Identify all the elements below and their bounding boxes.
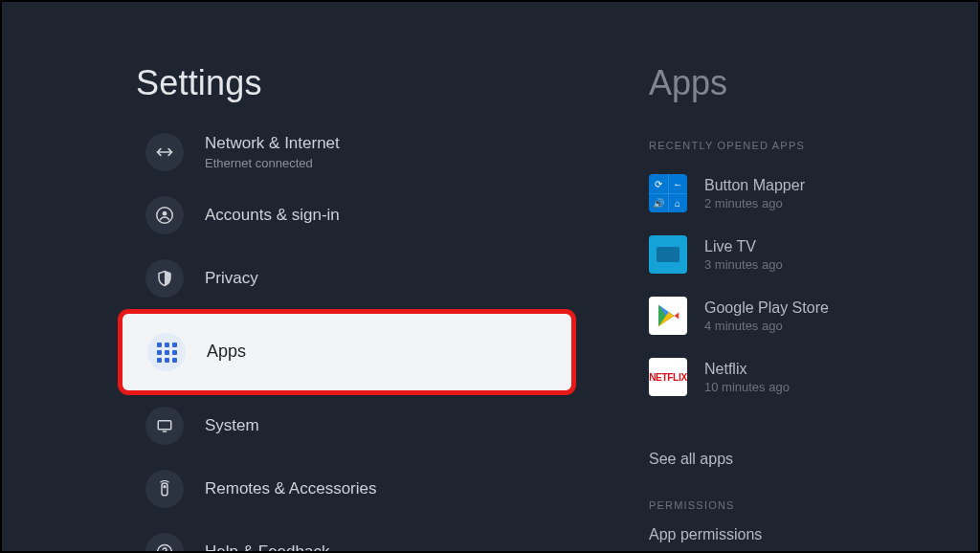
section-header-recent: Recently opened apps	[649, 140, 805, 151]
app-row-live-tv[interactable]: Live TV 3 minutes ago	[645, 224, 829, 285]
help-icon	[145, 533, 184, 551]
apps-grid-icon	[147, 333, 186, 371]
app-row-play-store[interactable]: Google Play Store 4 minutes ago	[645, 285, 829, 346]
settings-list: Network & Internet Ethernet connected Ac…	[122, 121, 571, 551]
app-name: Google Play Store	[704, 299, 829, 317]
app-time: 3 minutes ago	[704, 257, 783, 272]
setting-item-apps[interactable]: Apps	[122, 314, 571, 390]
settings-screen: Settings Network & Internet Ethernet con…	[2, 2, 978, 551]
setting-item-accounts[interactable]: Accounts & sign-in	[122, 184, 571, 247]
setting-label: Network & Internet	[205, 134, 340, 153]
setting-label: Help & Feedback	[205, 542, 329, 551]
setting-label: Accounts & sign-in	[205, 206, 340, 225]
app-time: 10 minutes ago	[704, 380, 790, 394]
svg-rect-3	[162, 483, 167, 496]
setting-sublabel: Ethernet connected	[205, 156, 340, 170]
app-row-button-mapper[interactable]: ⟳←🔊⌂ Button Mapper 2 minutes ago	[645, 163, 829, 224]
setting-label: Remotes & Accessories	[205, 479, 377, 498]
app-permissions[interactable]: App permissions	[649, 526, 762, 543]
setting-label: Privacy	[205, 269, 258, 288]
apps-title: Apps	[649, 63, 727, 103]
app-name: Live TV	[704, 238, 783, 255]
see-all-apps[interactable]: See all apps	[649, 436, 733, 482]
setting-item-system[interactable]: System	[122, 394, 571, 457]
app-name: Button Mapper	[704, 177, 805, 194]
setting-label: Apps	[207, 342, 246, 363]
account-icon	[145, 196, 184, 234]
button-mapper-app-icon: ⟳←🔊⌂	[649, 174, 687, 212]
settings-pane: Settings Network & Internet Ethernet con…	[2, 2, 571, 551]
setting-label: System	[205, 416, 259, 435]
setting-item-privacy[interactable]: Privacy	[122, 247, 571, 310]
app-name: Netflix	[704, 361, 790, 378]
setting-item-help[interactable]: Help & Feedback	[122, 520, 571, 551]
app-time: 2 minutes ago	[704, 196, 805, 210]
shield-icon	[145, 259, 184, 298]
app-time: 4 minutes ago	[704, 319, 829, 333]
recent-apps-list: ⟳←🔊⌂ Button Mapper 2 minutes ago Live TV…	[645, 163, 829, 408]
svg-rect-2	[158, 421, 171, 430]
apps-pane: Apps Recently opened apps ⟳←🔊⌂ Button Ma…	[645, 2, 978, 551]
netflix-app-icon: NETFLIX	[649, 358, 687, 396]
display-icon	[145, 407, 184, 445]
play-store-app-icon	[649, 297, 687, 335]
svg-point-4	[164, 486, 166, 488]
network-icon	[145, 133, 184, 171]
section-header-permissions: Permissions	[649, 499, 735, 511]
remote-icon	[145, 470, 184, 508]
live-tv-app-icon	[649, 235, 687, 274]
app-row-netflix[interactable]: NETFLIX Netflix 10 minutes ago	[645, 346, 829, 408]
setting-item-network[interactable]: Network & Internet Ethernet connected	[122, 121, 571, 184]
setting-item-remotes[interactable]: Remotes & Accessories	[122, 457, 571, 520]
settings-title: Settings	[136, 63, 262, 103]
svg-point-1	[163, 211, 167, 216]
